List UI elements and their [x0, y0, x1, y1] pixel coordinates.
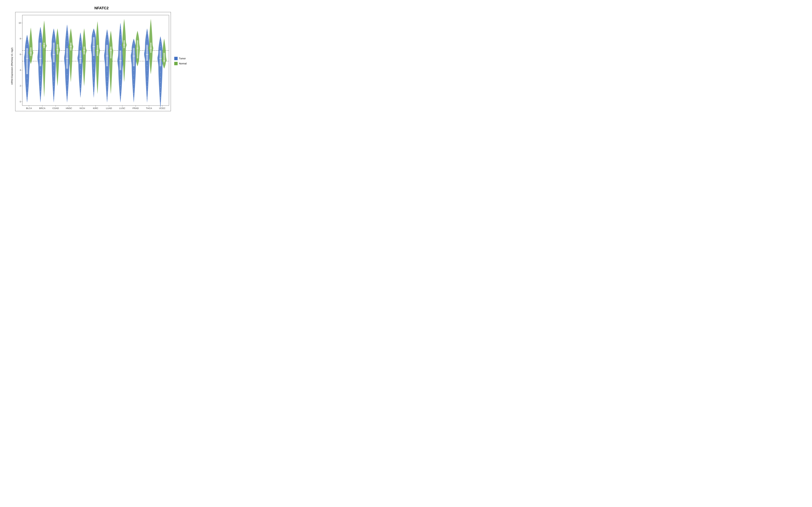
plot-wrapper: 0246810BLCABRCACOADHNSCKICHKIRCLUADLUSCP…	[15, 12, 171, 120]
svg-rect-174	[120, 62, 120, 63]
svg-rect-74	[53, 39, 54, 39]
svg-rect-44	[40, 86, 41, 87]
svg-rect-194	[134, 75, 134, 75]
svg-rect-39	[40, 43, 41, 66]
svg-rect-22	[27, 93, 28, 93]
svg-rect-56	[44, 43, 45, 48]
svg-rect-105	[80, 93, 81, 93]
svg-rect-241	[160, 52, 161, 52]
svg-rect-238	[160, 67, 161, 67]
svg-text:6: 6	[20, 53, 21, 56]
svg-rect-200	[134, 48, 134, 48]
svg-rect-242	[160, 47, 161, 47]
svg-rect-31	[27, 49, 28, 50]
svg-rect-132	[94, 63, 94, 63]
svg-rect-46	[40, 75, 41, 75]
svg-rect-55	[40, 27, 41, 27]
svg-rect-175	[120, 57, 120, 57]
svg-rect-32	[27, 44, 28, 45]
svg-rect-43	[40, 92, 41, 92]
svg-rect-41	[40, 102, 41, 103]
svg-rect-115	[80, 46, 81, 47]
svg-rect-218	[147, 55, 147, 55]
svg-rect-155	[107, 55, 107, 56]
svg-rect-27	[27, 68, 28, 69]
svg-rect-96	[67, 30, 67, 30]
svg-rect-178	[120, 40, 120, 40]
svg-rect-50	[40, 54, 41, 54]
svg-rect-91	[67, 58, 67, 58]
svg-rect-199	[134, 52, 134, 53]
svg-rect-135	[94, 48, 94, 49]
svg-rect-65	[53, 87, 54, 87]
svg-rect-134	[94, 53, 94, 53]
svg-rect-102	[80, 51, 81, 64]
svg-rect-214	[147, 76, 147, 76]
svg-rect-106	[80, 88, 81, 89]
svg-rect-34	[27, 35, 28, 35]
svg-rect-67	[53, 76, 54, 76]
svg-rect-156	[107, 50, 107, 50]
svg-rect-47	[40, 70, 41, 70]
svg-rect-126	[94, 93, 94, 93]
svg-rect-130	[94, 73, 94, 73]
svg-rect-20	[27, 102, 28, 103]
svg-rect-147	[107, 97, 107, 97]
svg-rect-181	[120, 23, 120, 23]
svg-rect-176	[120, 51, 120, 52]
svg-rect-167	[120, 102, 120, 103]
svg-rect-86	[67, 86, 67, 86]
svg-rect-48	[40, 65, 41, 65]
svg-rect-53	[40, 38, 41, 38]
chart-area: mRNA Expression (RNASeq V2, log2) 024681…	[8, 12, 195, 120]
svg-rect-104	[80, 98, 81, 98]
svg-text:THCA: THCA	[146, 107, 152, 110]
svg-rect-211	[147, 92, 147, 92]
svg-rect-139	[94, 28, 94, 29]
svg-rect-93	[67, 47, 67, 47]
svg-rect-109	[80, 74, 81, 74]
svg-rect-94	[67, 41, 67, 41]
svg-rect-117	[80, 37, 81, 37]
svg-rect-128	[94, 82, 94, 83]
svg-rect-51	[40, 48, 41, 49]
svg-rect-83	[67, 102, 67, 103]
legend-normal-box	[174, 62, 177, 65]
y-axis-label: mRNA Expression (RNASeq V2, log2)	[8, 12, 15, 120]
legend-normal: Normal	[174, 62, 195, 65]
svg-rect-136	[94, 43, 94, 44]
svg-rect-69	[53, 65, 54, 66]
legend-area: Tumor Normal	[171, 12, 195, 120]
svg-rect-33	[27, 39, 28, 40]
svg-rect-168	[120, 97, 120, 97]
svg-text:UCEC: UCEC	[159, 107, 166, 110]
svg-text:LUAD: LUAD	[106, 107, 112, 110]
chart-container: NFATC2 mRNA Expression (RNASeq V2, log2)…	[8, 4, 195, 122]
svg-rect-221	[147, 39, 147, 39]
svg-rect-138	[94, 33, 94, 34]
svg-rect-219	[147, 49, 147, 50]
legend-tumor: Tumor	[174, 57, 195, 60]
svg-rect-244	[160, 36, 161, 37]
svg-rect-212	[147, 87, 147, 87]
svg-rect-234	[160, 88, 161, 88]
plot-svg: 0246810BLCABRCACOADHNSCKICHKIRCLUADLUSCP…	[15, 12, 171, 111]
svg-rect-133	[94, 58, 94, 58]
svg-rect-18	[26, 48, 28, 74]
svg-rect-24	[27, 83, 28, 83]
svg-rect-203	[137, 40, 138, 58]
svg-rect-159	[107, 34, 107, 35]
svg-rect-220	[147, 44, 147, 45]
svg-rect-165	[119, 51, 121, 70]
svg-rect-64	[53, 92, 54, 92]
svg-rect-45	[40, 80, 41, 81]
svg-rect-127	[94, 88, 94, 88]
plot-area: 0246810BLCABRCACOADHNSCKICHKIRCLUADLUSCP…	[15, 12, 171, 111]
svg-rect-113	[80, 56, 81, 56]
svg-text:LUSC: LUSC	[119, 107, 125, 110]
svg-rect-173	[120, 68, 120, 69]
svg-rect-77	[57, 44, 58, 55]
svg-text:4: 4	[20, 69, 21, 71]
svg-rect-189	[134, 98, 134, 98]
svg-rect-92	[67, 52, 67, 53]
